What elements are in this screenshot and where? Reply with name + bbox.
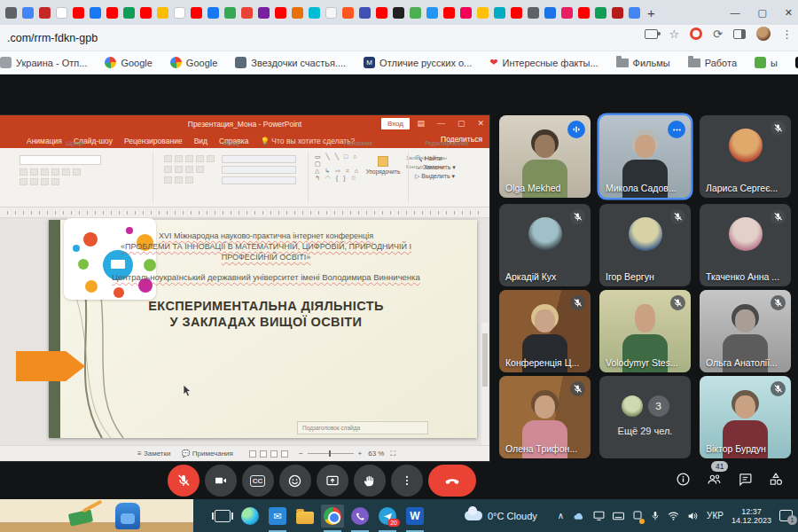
browser-tab[interactable] [292,7,303,19]
ppt-font-controls[interactable] [20,155,101,185]
browser-tab[interactable] [22,7,34,19]
extension-o-icon[interactable] [690,27,702,40]
ppt-view-buttons[interactable] [249,450,292,458]
browser-tab[interactable] [342,7,354,19]
viber-icon[interactable] [348,505,372,528]
minimize-button[interactable]: — [730,7,739,18]
browser-tab[interactable] [359,7,371,19]
browser-tab[interactable] [325,7,337,19]
slide-subtitle-placeholder[interactable]: Подзаголовок слайда [297,421,428,434]
browser-tab[interactable] [106,7,118,19]
clock[interactable]: 12:37 14.12.2023 [732,507,771,525]
mail-icon[interactable]: ✉ [266,505,289,528]
browser-tab[interactable] [494,7,505,19]
participant-tile[interactable]: Віктор Бурдун [700,376,791,458]
volume-icon[interactable] [687,511,699,521]
edge-icon[interactable] [239,505,262,528]
maximize-button[interactable]: ▢ [757,7,766,19]
new-tab-button[interactable]: + [647,5,655,20]
info-button[interactable] [676,472,691,490]
browser-tab[interactable] [309,7,320,19]
ppt-zoom-in[interactable]: + [358,450,363,458]
browser-tab[interactable] [629,7,640,19]
browser-tab[interactable] [258,7,270,19]
ppt-shape-style-controls[interactable]: Заливка фигуры Контур фигуры [355,153,408,171]
chrome-icon[interactable] [321,505,344,528]
task-view-button[interactable] [211,505,234,528]
participant-tile[interactable]: Олена Трифон... [499,376,591,458]
participant-tile[interactable]: Микола Садов... [599,115,691,198]
bookmark-star-icon[interactable]: ☆ [669,27,679,41]
language-indicator[interactable]: УКР [707,511,724,520]
browser-tab[interactable] [174,7,185,19]
ppt-close-button[interactable]: ✕ [477,119,484,128]
browser-tab[interactable] [612,7,623,19]
activities-button[interactable] [768,472,784,490]
people-button[interactable]: 41 [706,472,723,490]
tray-expand-chevron[interactable]: ∧ [558,511,564,520]
messenger-icon[interactable]: 20 [376,505,399,528]
browser-tab[interactable] [241,7,253,19]
side-panel-icon[interactable] [733,29,746,39]
browser-tab[interactable] [73,7,84,19]
ppt-scrollbar[interactable] [481,323,489,445]
ppt-notes-button[interactable]: ≡ Заметки [137,450,171,458]
mic-off-button[interactable] [168,465,200,497]
participant-tile[interactable]: Ольга Анатолії... [700,290,791,372]
bookmark-item[interactable]: Звездочки счастья.... [235,57,346,68]
ppt-fit-window-icon[interactable]: ⛶ [390,450,395,458]
browser-tab[interactable] [460,7,472,19]
ppt-minimize-button[interactable]: — [437,119,445,128]
present-button[interactable] [317,465,348,497]
ppt-zoom-out[interactable]: − [299,450,303,458]
participant-tile[interactable]: Лариса Сергеє... [700,115,791,198]
browser-tab[interactable] [426,7,438,19]
reactions-button[interactable] [279,465,311,497]
browser-tab[interactable] [140,7,152,19]
weather-widget[interactable]: 0°C Cloudy [465,511,537,521]
browser-tab[interactable] [275,7,286,19]
browser-tab[interactable] [544,7,556,19]
browser-tab[interactable] [511,7,522,19]
browser-tab[interactable] [477,7,489,19]
browser-tab[interactable] [443,7,455,19]
bookmark-item[interactable]: ы [755,57,778,68]
browser-tab[interactable] [39,7,51,19]
bookmark-item[interactable]: Работа [688,58,737,68]
action-center-icon[interactable]: 1 [779,510,793,521]
browser-menu-icon[interactable]: ⋮ [781,27,793,41]
ppt-zoom-level[interactable]: 63 % [368,450,384,458]
browser-tab[interactable] [90,7,101,19]
bookmark-item[interactable]: МОтличие русских о... [364,57,472,68]
bookmark-item[interactable]: Google [105,57,152,68]
end-call-button[interactable] [428,465,476,497]
ppt-zoom-slider[interactable] [308,453,354,454]
browser-tab[interactable] [578,7,590,19]
browser-tab[interactable] [224,7,236,19]
participant-tile[interactable]: ЗЕщё 29 чел. [599,376,691,458]
ppt-paragraph-controls[interactable] [164,155,215,184]
bookmark-item[interactable]: Украина - Отп... [0,57,87,68]
bookmark-item[interactable]: Google [170,57,217,68]
display-icon[interactable] [593,511,605,520]
ppt-text-direction-controls[interactable] [222,155,301,184]
bookmark-item[interactable]: ❤Интересные факты... [489,57,598,68]
browser-tab[interactable] [410,7,421,19]
ppt-editing-controls[interactable]: 🔍 Найти ↔ Заменить ▾ ▷ Выделить ▾ [415,154,456,181]
participant-tile[interactable]: Olga Mekhed [499,115,591,198]
tile-more-badge[interactable] [668,121,685,138]
chat-button[interactable] [738,472,753,490]
address-bar[interactable]: .com/rrm-fdkn-gpb [7,32,98,44]
participant-tile[interactable]: Аркадій Кух [499,204,591,286]
more-options-button[interactable] [391,465,423,497]
file-explorer-icon[interactable] [293,505,317,528]
browser-tab[interactable] [5,7,17,19]
ppt-comments-button[interactable]: 💬 Примечания [182,450,233,458]
browser-tab[interactable] [595,7,606,19]
browser-tab[interactable] [376,7,387,19]
browser-tab[interactable] [561,7,573,19]
search-highlight-widget[interactable] [0,499,193,532]
microphone-icon[interactable] [651,511,660,521]
captions-button[interactable]: CC [242,465,274,497]
bookmark-item[interactable]: Фильмы [616,58,670,68]
